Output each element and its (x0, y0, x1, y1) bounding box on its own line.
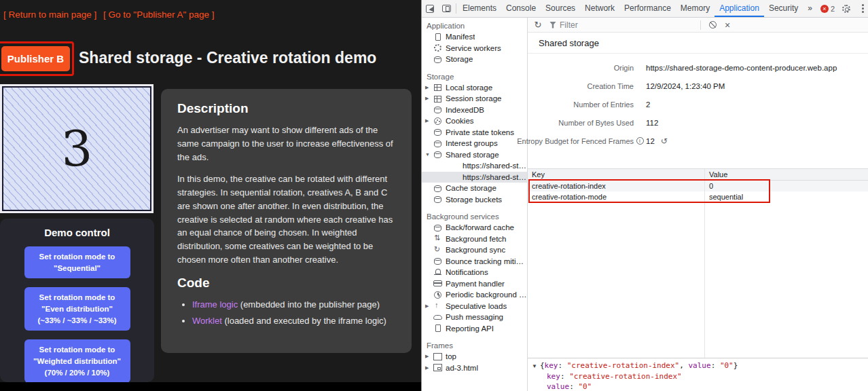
expand-arrow-icon[interactable] (425, 365, 433, 371)
description-panel: Description An advertiser may want to sh… (161, 89, 412, 353)
preview-entry-name: value (547, 382, 569, 391)
description-heading: Description (177, 101, 395, 116)
code-link[interactable]: Worklet (192, 316, 222, 326)
sidebar-item[interactable]: Background sync (422, 244, 527, 256)
code-list-item: Worklet (loaded and executed by the ifra… (192, 314, 395, 328)
field-value: 12 (646, 137, 655, 145)
devtools-tabs: ElementsConsoleSourcesNetworkPerformance… (458, 0, 817, 17)
sidebar-item-icon (450, 162, 460, 170)
sidebar-item[interactable]: Storage (422, 54, 527, 65)
sidebar-item[interactable]: ad-3.html (422, 362, 527, 374)
preview-entry-value: "creative-rotation-index" (569, 372, 682, 381)
sidebar-item[interactable]: Session storage (422, 93, 527, 105)
sidebar-item[interactable]: Speculative loads (422, 301, 527, 312)
sidebar-section-items: top ad-3.html (422, 351, 527, 373)
preview-token: , (679, 361, 688, 370)
refresh-button[interactable]: ↻ (530, 18, 545, 32)
sidebar-item[interactable]: Payment handler (422, 278, 527, 290)
sidebar-item-label: Push messaging (446, 313, 503, 321)
rotation-mode-button[interactable]: Set rotation mode to "Sequential" (24, 246, 130, 278)
sidebar-item-icon (433, 117, 443, 126)
delete-selected-button[interactable]: × (720, 18, 735, 32)
field-value: 12/9/2024, 1:23:40 PM (646, 82, 725, 90)
expand-arrow-icon[interactable] (425, 303, 433, 309)
rotation-mode-button[interactable]: Set rotation mode to "Even distribution"… (24, 287, 130, 331)
devtools-tab[interactable]: Elements (458, 0, 501, 17)
sidebar-item-label: Manifest (446, 33, 475, 41)
sidebar-item[interactable]: Bounce tracking mitigations (422, 256, 527, 267)
metadata-field-row: Entropy Budget for Fenced Frames 12 ↺ (539, 132, 868, 150)
return-main-link[interactable]: [ Return to main page ] (3, 10, 96, 20)
sidebar-item[interactable]: Manifest (422, 31, 527, 43)
grid-row[interactable]: creative-rotation-index 0 (528, 181, 868, 191)
demo-control-panel: Demo control Set rotation mode to "Seque… (0, 219, 154, 382)
devtools-tab[interactable]: Security (764, 0, 803, 17)
code-link[interactable]: Iframe logic (192, 299, 238, 310)
sidebar-item[interactable]: Storage buckets (422, 194, 527, 206)
sidebar-item[interactable]: IndexedDB (422, 105, 527, 116)
sidebar-item[interactable]: Back/forward cache (422, 222, 527, 234)
inspect-icon (426, 5, 434, 13)
delete-all-button[interactable] (705, 18, 720, 32)
expand-arrow-icon[interactable] (425, 85, 433, 90)
devtools-tab[interactable]: Application (715, 0, 764, 17)
sidebar-item[interactable]: Private state tokens (422, 127, 527, 138)
filter-input[interactable] (560, 20, 682, 30)
inspect-element-button[interactable] (422, 0, 438, 17)
sidebar-item[interactable]: Cookies (422, 115, 527, 127)
sidebar-item[interactable]: Reporting API (422, 323, 527, 335)
sidebar-item[interactable]: Interest groups (422, 138, 527, 149)
sidebar-item[interactable]: https://shared-storage-d… (422, 172, 527, 183)
devtools-tab[interactable]: Console (501, 0, 541, 17)
code-item-text: (embedded into the publisher page) (238, 299, 380, 310)
sidebar-item-label: Background fetch (446, 235, 507, 243)
expand-arrow-icon[interactable] (425, 118, 433, 124)
info-icon[interactable] (636, 137, 644, 145)
reset-budget-icon[interactable]: ↺ (661, 136, 668, 146)
expand-arrow-icon[interactable] (425, 96, 433, 101)
error-count-badge[interactable]: 2 (817, 5, 838, 13)
settings-button[interactable] (838, 0, 854, 17)
devtools-tab[interactable]: Sources (541, 0, 580, 17)
devtools-tab[interactable]: Network (580, 0, 619, 17)
sidebar-item[interactable]: Periodic background sync (422, 289, 527, 301)
sidebar-item[interactable]: Local storage (422, 82, 527, 94)
sidebar-item-icon (433, 128, 443, 136)
shared-storage-grid: Key Value creative-rotation-index 0 crea… (528, 168, 868, 358)
preview-token: : (558, 361, 566, 370)
preview-token: { (540, 361, 545, 370)
field-label: Creation Time (539, 82, 634, 90)
sidebar-item[interactable]: Push messaging (422, 312, 527, 323)
sidebar-section-title: Storage (422, 71, 527, 82)
toolbar-separator (700, 20, 701, 30)
sidebar-item[interactable]: https://shared-storage-d… (422, 160, 527, 172)
sidebar-section: Background services Back/forward cache (422, 211, 527, 334)
devtools-tab[interactable]: Performance (619, 0, 676, 17)
rotation-mode-button[interactable]: Set rotation mode to "Weighted distribut… (24, 339, 130, 383)
publisher-a-link[interactable]: [ Go to "Publisher A" page ] (103, 10, 214, 20)
sidebar-item[interactable]: Cache storage (422, 183, 527, 194)
sidebar-item-icon (433, 184, 443, 193)
sidebar-item-label: Notifications (446, 268, 488, 276)
grid-row[interactable]: creative-rotation-mode sequential (528, 191, 868, 202)
grid-header-key[interactable]: Key (528, 170, 704, 179)
expand-arrow-icon[interactable] (425, 152, 433, 157)
devtools-tab[interactable]: Memory (676, 0, 715, 17)
metadata-field-row: Origin https://shared-storage-demo-conte… (539, 58, 868, 77)
device-toolbar-button[interactable] (438, 0, 454, 17)
devtools-toolbar: ElementsConsoleSourcesNetworkPerformance… (422, 0, 868, 18)
devtools-tab[interactable]: » (803, 0, 817, 17)
code-heading: Code (177, 276, 395, 291)
sidebar-item[interactable]: Background fetch (422, 234, 527, 245)
devtools-menu-button[interactable] (854, 0, 868, 17)
gear-icon (842, 5, 850, 13)
sidebar-item[interactable]: Notifications (422, 267, 527, 278)
field-value: https://shared-storage-demo-content-prod… (646, 64, 837, 72)
expand-caret-icon[interactable]: ▼ (532, 361, 537, 371)
sidebar-item[interactable]: Shared storage (422, 149, 527, 161)
sidebar-item[interactable]: Service workers (422, 43, 527, 54)
sidebar-item[interactable]: top (422, 351, 527, 362)
publisher-b-button[interactable]: Publisher B (1, 46, 70, 71)
grid-header-value[interactable]: Value (704, 170, 727, 179)
expand-arrow-icon[interactable] (425, 354, 433, 359)
